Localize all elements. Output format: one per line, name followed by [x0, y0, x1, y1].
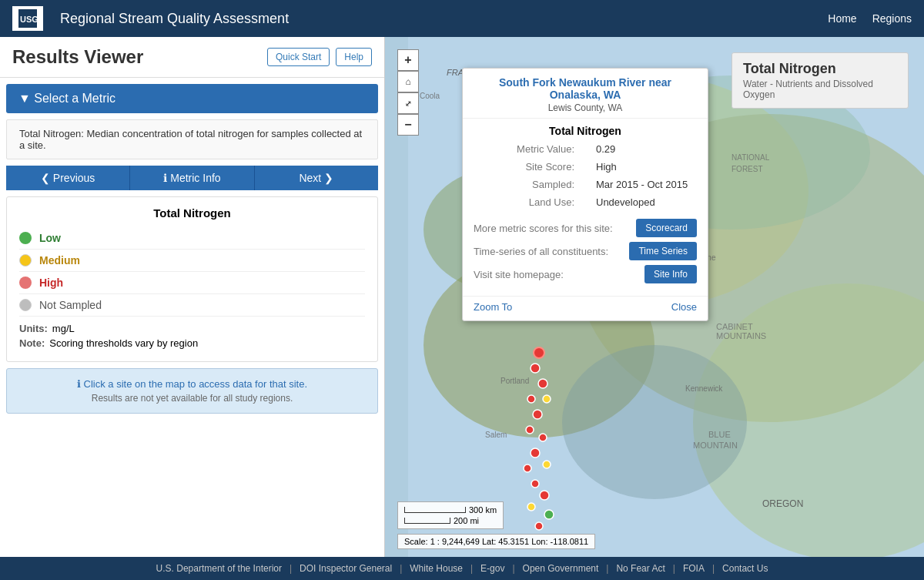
- home-button[interactable]: ⌂: [397, 71, 419, 92]
- svg-point-9: [562, 345, 747, 499]
- footer-egov[interactable]: E-gov: [473, 563, 512, 574]
- zoom-to-link[interactable]: Zoom To: [474, 301, 512, 313]
- scorecard-row: More metric scores for this site: Scorec…: [474, 219, 697, 237]
- svg-point-25: [531, 364, 540, 373]
- footer-foia[interactable]: FOIA: [675, 563, 712, 574]
- svg-text:Kennewick: Kennewick: [685, 384, 723, 393]
- low-label: Low: [39, 232, 61, 244]
- popup-footer: Zoom To Close: [463, 296, 708, 320]
- svg-text:CABINET: CABINET: [716, 322, 753, 331]
- metric-tooltip-subtitle: Water - Nutrients and Dissolved Oxygen: [743, 79, 897, 100]
- regions-link[interactable]: Regions: [872, 12, 912, 25]
- svg-point-36: [540, 491, 549, 500]
- main-nav: Home Regions: [828, 12, 912, 25]
- high-dot: [19, 277, 32, 289]
- map-area[interactable]: FRASER PLATEAU Bella Coola Kelowna NATIO…: [385, 37, 924, 557]
- popup-county: Lewis County, WA: [474, 102, 697, 113]
- legend-item-high: High: [19, 272, 365, 294]
- results-viewer-header: Results Viewer Quick Start Help: [0, 37, 384, 78]
- note-label: Note:: [19, 337, 45, 349]
- quick-start-button[interactable]: Quick Start: [267, 48, 330, 66]
- logo-container: USGS Regional Stream Quality Assessment: [12, 6, 289, 31]
- site-score-row: Site Score: High: [463, 158, 708, 176]
- site-homepage-label: Visit site homepage:: [474, 269, 564, 280]
- footer-no-fear[interactable]: No Fear Act: [608, 563, 672, 574]
- note-row: Note: Scoring thresholds vary by region: [19, 337, 365, 349]
- sampled-value: Mar 2015 - Oct 2015: [585, 176, 708, 193]
- site-score: High: [585, 158, 708, 176]
- zoom-in-button[interactable]: +: [397, 49, 419, 71]
- results-viewer-title: Results Viewer: [12, 46, 143, 68]
- fullscreen-button[interactable]: ⤢: [397, 92, 419, 114]
- metric-value-label: Metric Value:: [463, 140, 585, 158]
- site-info-button[interactable]: Site Info: [644, 265, 697, 283]
- info-main-text: ℹ Click a site on the map to access data…: [19, 378, 365, 390]
- nav-buttons: ❮ Previous ℹ Metric Info Next ❯: [6, 166, 378, 190]
- site-popup: South Fork Newaukum River near Onalaska,…: [462, 68, 708, 321]
- app-header: USGS Regional Stream Quality Assessment …: [0, 0, 924, 37]
- land-use-label: Land Use:: [463, 193, 585, 211]
- select-metric-bar[interactable]: ▼ Select a Metric: [6, 84, 378, 113]
- close-link[interactable]: Close: [671, 301, 697, 313]
- metric-tooltip-title: Total Nitrogen: [743, 61, 897, 77]
- units-row: Units: mg/L: [19, 323, 365, 334]
- low-dot: [19, 232, 32, 244]
- popup-site-name: South Fork Newaukum River near Onalaska,…: [474, 76, 697, 101]
- svg-text:BLUE: BLUE: [708, 430, 731, 439]
- previous-button[interactable]: ❮ Previous: [6, 166, 129, 190]
- popup-actions: More metric scores for this site: Scorec…: [463, 211, 708, 296]
- svg-text:FOREST: FOREST: [732, 165, 763, 173]
- footer: U.S. Department of the Interior | DOI In…: [0, 557, 924, 580]
- next-button[interactable]: Next ❯: [255, 166, 378, 190]
- popup-data-table: Metric Value: 0.29 Site Score: High Samp…: [463, 140, 708, 211]
- time-series-row: Time-series of all constituents: Time Se…: [474, 242, 697, 260]
- metric-tooltip: Total Nitrogen Water - Nutrients and Dis…: [732, 52, 909, 109]
- legend-meta: Units: mg/L Note: Scoring thresholds var…: [19, 323, 365, 349]
- sampled-label: Sampled:: [463, 176, 585, 193]
- svg-text:MOUNTAIN: MOUNTAIN: [693, 441, 738, 450]
- svg-point-30: [526, 426, 534, 434]
- svg-text:Portland: Portland: [500, 377, 529, 385]
- main-content: Results Viewer Quick Start Help ▼ Select…: [0, 37, 924, 557]
- land-use-value: Undeveloped: [585, 193, 708, 211]
- svg-point-34: [543, 461, 551, 468]
- scale-200-bar: [404, 518, 450, 524]
- medium-label: Medium: [39, 254, 80, 267]
- help-button[interactable]: Help: [336, 48, 372, 66]
- footer-white-house[interactable]: White House: [402, 563, 470, 574]
- scorecard-button[interactable]: Scorecard: [636, 219, 697, 237]
- scale-bar: 300 km 200 mi: [404, 505, 497, 525]
- svg-point-33: [524, 464, 531, 472]
- svg-point-28: [543, 395, 551, 403]
- info-box: ℹ Click a site on the map to access data…: [6, 368, 378, 414]
- svg-point-38: [544, 510, 554, 519]
- map-scale: 300 km 200 mi: [397, 501, 504, 529]
- zoom-out-button[interactable]: −: [397, 114, 419, 136]
- svg-point-37: [527, 503, 535, 511]
- map-controls: + ⌂ ⤢ −: [397, 49, 419, 136]
- scale-200-label: 200 mi: [454, 516, 479, 525]
- metric-value: 0.29: [585, 140, 708, 158]
- home-link[interactable]: Home: [828, 12, 856, 25]
- svg-text:OREGON: OREGON: [762, 498, 803, 509]
- not-sampled-label: Not Sampled: [39, 299, 102, 311]
- metric-info-button[interactable]: ℹ Metric Info: [129, 166, 254, 190]
- scale-300-bar: [404, 507, 466, 513]
- medium-dot: [19, 254, 32, 267]
- usgs-logo: USGS: [12, 6, 43, 31]
- svg-text:Salem: Salem: [485, 431, 507, 439]
- svg-point-40: [534, 347, 544, 358]
- site-info-row: Visit site homepage: Site Info: [474, 265, 697, 283]
- units-label: Units:: [19, 323, 48, 334]
- footer-doi-inspector[interactable]: DOI Inspector General: [292, 563, 400, 574]
- footer-doi[interactable]: U.S. Department of the Interior: [149, 563, 290, 574]
- footer-contact[interactable]: Contact Us: [715, 563, 775, 574]
- select-metric-label: ▼ Select a Metric: [18, 92, 116, 106]
- svg-point-31: [539, 434, 547, 441]
- svg-point-27: [527, 395, 535, 403]
- svg-text:MOUNTAINS: MOUNTAINS: [716, 331, 766, 340]
- footer-open-gov[interactable]: Open Government: [515, 563, 607, 574]
- svg-point-39: [535, 522, 543, 530]
- legend-item-low: Low: [19, 227, 365, 250]
- time-series-button[interactable]: Time Series: [629, 242, 697, 260]
